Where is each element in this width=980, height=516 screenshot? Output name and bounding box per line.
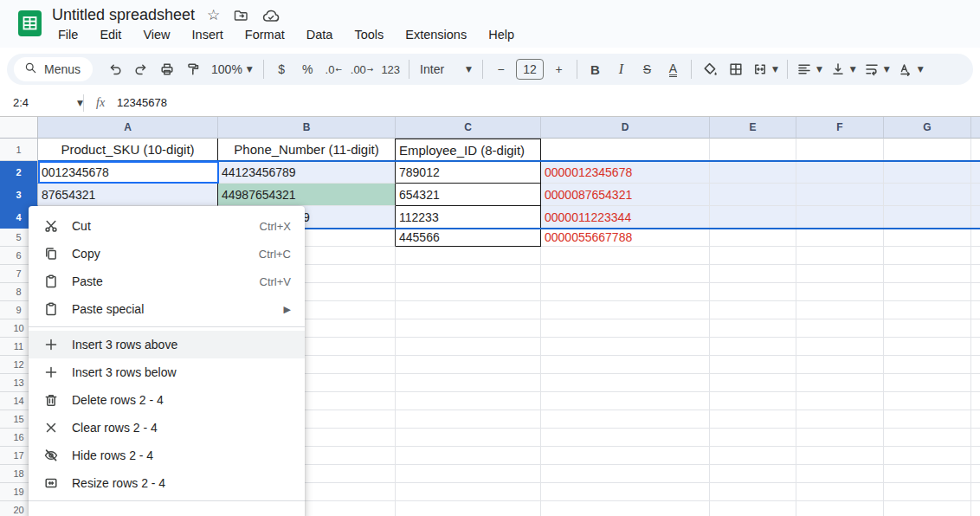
- cell-E14[interactable]: [710, 392, 796, 410]
- cell-D16[interactable]: [541, 429, 710, 447]
- cell-E3[interactable]: [710, 184, 796, 206]
- column-header-E[interactable]: E: [710, 117, 796, 139]
- cell-F1[interactable]: [796, 139, 884, 161]
- menu-extensions[interactable]: Extensions: [401, 27, 471, 42]
- menu-data[interactable]: Data: [302, 27, 338, 42]
- menu-edit[interactable]: Edit: [95, 27, 126, 42]
- menu-item-delete-rows-2-4[interactable]: Delete rows 2 - 4: [29, 386, 305, 414]
- increase-font-size-button[interactable]: +: [546, 57, 571, 81]
- decrease-decimal-button[interactable]: .0←: [321, 57, 346, 81]
- text-rotation-button[interactable]: ▼: [894, 57, 927, 81]
- cloud-saved-icon[interactable]: [261, 8, 280, 23]
- cell-F18[interactable]: [796, 465, 884, 483]
- menu-item-copy[interactable]: CopyCtrl+C: [29, 240, 305, 268]
- cell-E1[interactable]: [710, 139, 796, 161]
- cell-E9[interactable]: [710, 301, 796, 319]
- cell-C12[interactable]: [396, 356, 541, 374]
- cell-G11[interactable]: [884, 338, 971, 356]
- cell-G13[interactable]: [884, 374, 971, 392]
- column-header-C[interactable]: C: [396, 117, 541, 139]
- menus-button[interactable]: Menus: [14, 57, 93, 81]
- cell-B2[interactable]: 44123456789: [218, 161, 396, 184]
- cell-F4[interactable]: [796, 206, 884, 229]
- fill-color-button[interactable]: [697, 57, 722, 81]
- row-header-1[interactable]: 1: [0, 139, 38, 161]
- cell-F11[interactable]: [796, 338, 884, 356]
- cell-G19[interactable]: [884, 483, 971, 501]
- menu-item-insert-3-rows-above[interactable]: Insert 3 rows above: [29, 331, 305, 358]
- cell-F10[interactable]: [796, 319, 884, 338]
- cell-C16[interactable]: [396, 429, 541, 447]
- cell-H4[interactable]: [971, 206, 980, 229]
- page-title[interactable]: Untitled spreadsheet: [52, 6, 195, 24]
- cell-H6[interactable]: [971, 247, 980, 265]
- column-header-D[interactable]: D: [541, 117, 710, 139]
- cell-D17[interactable]: [541, 447, 710, 465]
- cell-H7[interactable]: [971, 265, 980, 283]
- font-family-button[interactable]: Inter▼: [415, 57, 477, 81]
- cell-F17[interactable]: [796, 447, 884, 465]
- format-percent-button[interactable]: %: [295, 57, 320, 81]
- menu-view[interactable]: View: [139, 27, 174, 42]
- cell-D4[interactable]: 0000011223344: [541, 206, 710, 229]
- cell-F13[interactable]: [796, 374, 884, 392]
- cell-H9[interactable]: [971, 301, 980, 319]
- cell-E5[interactable]: [710, 229, 796, 247]
- cell-E20[interactable]: [710, 501, 796, 516]
- cell-G6[interactable]: [884, 247, 971, 265]
- cell-C13[interactable]: [396, 374, 541, 392]
- cell-C7[interactable]: [396, 265, 541, 283]
- name-box[interactable]: 2:4 ▼: [0, 96, 83, 109]
- cell-G12[interactable]: [884, 356, 971, 374]
- sheets-logo[interactable]: [18, 10, 42, 40]
- move-folder-icon[interactable]: [232, 8, 249, 23]
- cell-D7[interactable]: [541, 265, 710, 283]
- cell-G16[interactable]: [884, 429, 971, 447]
- cell-F3[interactable]: [796, 184, 884, 206]
- cell-E16[interactable]: [710, 429, 796, 447]
- cell-C11[interactable]: [396, 338, 541, 356]
- cell-D10[interactable]: [541, 319, 710, 338]
- cell-E17[interactable]: [710, 447, 796, 465]
- cell-G15[interactable]: [884, 410, 971, 429]
- cell-G17[interactable]: [884, 447, 971, 465]
- cell-G3[interactable]: [884, 184, 971, 206]
- cell-D20[interactable]: [541, 501, 710, 516]
- format-currency-button[interactable]: $: [269, 57, 294, 81]
- undo-button[interactable]: [102, 57, 127, 81]
- chevron-down-icon[interactable]: ▼: [77, 99, 83, 107]
- cell-H3[interactable]: [971, 184, 980, 206]
- paint-format-button[interactable]: [180, 57, 205, 81]
- cell-F9[interactable]: [796, 301, 884, 319]
- cell-C9[interactable]: [396, 301, 541, 319]
- cell-D8[interactable]: [541, 283, 710, 301]
- horizontal-align-button[interactable]: ▼: [793, 57, 826, 81]
- cell-D14[interactable]: [541, 392, 710, 410]
- menu-item-hide-rows-2-4[interactable]: Hide rows 2 - 4: [29, 442, 305, 469]
- column-header-G[interactable]: G: [884, 117, 971, 139]
- cell-E15[interactable]: [710, 410, 796, 429]
- cell-H15[interactable]: [971, 410, 980, 429]
- cell-F7[interactable]: [796, 265, 884, 283]
- cell-G10[interactable]: [884, 319, 971, 338]
- cell-C8[interactable]: [396, 283, 541, 301]
- cell-C10[interactable]: [396, 319, 541, 338]
- cell-C4[interactable]: 112233: [396, 206, 541, 229]
- cell-H10[interactable]: [971, 319, 980, 338]
- more-formats-button[interactable]: 123: [377, 57, 403, 81]
- cell-E19[interactable]: [710, 483, 796, 501]
- cell-H5[interactable]: [971, 229, 980, 247]
- cell-C1[interactable]: Employee_ID (8-digit): [396, 139, 541, 161]
- cell-G9[interactable]: [884, 301, 971, 319]
- zoom-button[interactable]: 100%▼: [206, 57, 258, 81]
- column-header-partial[interactable]: [971, 117, 980, 139]
- menu-help[interactable]: Help: [484, 27, 519, 42]
- cell-G1[interactable]: [884, 139, 971, 161]
- cell-D11[interactable]: [541, 338, 710, 356]
- strikethrough-button[interactable]: S: [635, 57, 660, 81]
- menu-format[interactable]: Format: [241, 27, 289, 42]
- increase-decimal-button[interactable]: .00→: [347, 57, 377, 81]
- cell-H19[interactable]: [971, 483, 980, 501]
- cell-H13[interactable]: [971, 374, 980, 392]
- redo-button[interactable]: [128, 57, 153, 81]
